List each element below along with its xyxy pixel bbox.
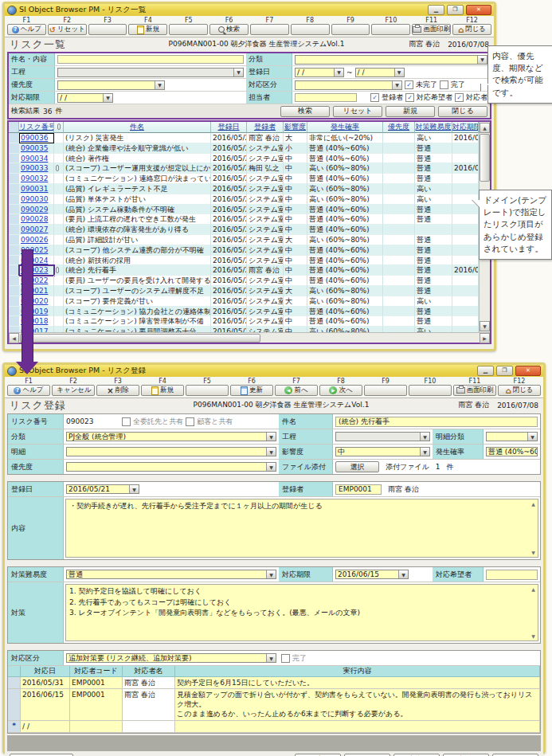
table-row[interactable]: 090026 (品質) 詳細設計が甘い 2016/05/21 システム室 大 高… — [9, 235, 479, 245]
search-button[interactable]: 検索 — [280, 106, 330, 117]
header-risk-no[interactable]: リスク番号 — [19, 122, 54, 133]
close-icon[interactable]: ✕ — [466, 5, 491, 15]
registrant-code-input[interactable]: EMP0001 — [335, 484, 382, 495]
risk-number-cell[interactable]: 090030 — [19, 194, 54, 205]
fkey-button[interactable] — [186, 385, 229, 396]
title-bar[interactable]: SI Object Browser PM - リスク一覧 ▁ ❐ ✕ — [5, 4, 494, 16]
table-row[interactable]: 090027 (統合) 環境依存の障害発生があり得る 2016/05/21 シス… — [9, 225, 479, 235]
impact-select[interactable]: 中▼ — [335, 447, 430, 456]
close-button[interactable]: 閉じる — [438, 106, 487, 117]
table-row[interactable]: 090020 (スコープ) 要件定義が甘い 2016/05/21 システム室 大… — [9, 296, 479, 307]
resp-content-cell[interactable]: 見積金額アップの面で折り合いが付かず、契約書をもらえていない。開発意向表明書の発… — [175, 689, 540, 720]
risk-number-link[interactable]: 090035 — [21, 144, 48, 152]
chevron-down-icon[interactable]: ▼ — [233, 69, 243, 76]
detail-cat-select[interactable]: ▼ — [486, 432, 538, 441]
maximize-icon[interactable]: ❐ — [496, 366, 513, 376]
table-row[interactable]: 090019 (コミュニケーション) 協力会社との連絡体制不備 2016/05/… — [9, 307, 479, 317]
chevron-down-icon[interactable]: ▼ — [420, 448, 429, 456]
fkey-button[interactable] — [88, 24, 127, 35]
risk-number-cell[interactable]: 090035 — [19, 143, 54, 154]
fkey-button[interactable] — [291, 24, 330, 35]
resp-code-cell[interactable]: EMP0001 — [70, 677, 123, 689]
response-row[interactable]: 2016/06/15 EMP0001 雨宮 春治 見積金額アップの面で折り合いが… — [8, 689, 540, 720]
fkey-button[interactable]: 検索 — [209, 24, 249, 35]
textarea-scrollbar[interactable]: ▲▼ — [530, 586, 537, 640]
priority-select[interactable]: ▼ — [57, 80, 165, 90]
regdate-select[interactable]: 2016/05/21▼ — [66, 484, 139, 494]
table-row[interactable]: 090031 (品質) イレギュラーテスト不足 2016/05/21 システム室… — [9, 184, 479, 194]
date-to-select[interactable]: / /▼ — [355, 68, 405, 77]
category-select[interactable]: ▼ — [295, 55, 487, 65]
header-regdate[interactable]: 登録日 — [211, 122, 247, 133]
due-select[interactable]: / /▼ — [57, 93, 113, 103]
risk-number-cell[interactable]: 090032 — [19, 174, 54, 184]
resp-date-cell[interactable]: 2016/05/31 — [21, 677, 70, 689]
scroll-thumb[interactable] — [20, 334, 260, 343]
risk-number-cell[interactable]: 090026 — [19, 235, 54, 245]
process-select[interactable]: ▼ — [335, 432, 430, 441]
fkey-button[interactable] — [364, 385, 407, 396]
chevron-down-icon[interactable]: ▼ — [394, 69, 404, 76]
risk-number-cell[interactable]: 090027 — [19, 225, 54, 235]
risk-number-link[interactable]: 090028 — [21, 215, 48, 223]
risk-number-link[interactable]: 090032 — [21, 174, 48, 182]
chevron-down-icon[interactable]: ▼ — [266, 433, 276, 441]
fkey-button[interactable]: 前へ — [275, 385, 318, 396]
date-from-select[interactable]: / /▼ — [295, 68, 344, 77]
requester-input[interactable] — [486, 570, 538, 580]
risk-number-cell[interactable]: 090029 — [19, 205, 54, 215]
risk-number-cell[interactable]: 090031 — [19, 184, 54, 194]
process-select[interactable]: ▼ — [57, 68, 244, 77]
table-row[interactable]: 090021 (スコープ) ユーザーのシステム理解度不足 2016/05/21 … — [9, 286, 479, 296]
file-select-button[interactable]: 選択 — [335, 461, 379, 472]
chevron-down-icon[interactable]: ▼ — [266, 654, 276, 662]
minimize-icon[interactable]: ▁ — [428, 5, 444, 15]
table-row[interactable]: 090033 (スコープ) ユーザー運用支援が想定以上にかかる 2016/05/… — [9, 163, 479, 174]
chevron-down-icon[interactable]: ▼ — [398, 570, 408, 578]
chevron-down-icon[interactable]: ▼ — [334, 69, 343, 76]
fkey-button[interactable]: 閉じる — [498, 385, 541, 396]
table-row[interactable]: 090035 (統合) 企業倫理や法令順守意識が低い 2016/05/21 シス… — [9, 143, 479, 154]
title-bar[interactable]: SI Object Browser PM - リスク登録 ▁ ❐ ✕ — [5, 365, 543, 377]
risk-number-link[interactable]: 090031 — [21, 185, 48, 193]
category-select[interactable]: PJ全般 (統合管理)▼ — [66, 432, 276, 441]
due-select[interactable]: 2016/06/15▼ — [335, 570, 409, 579]
minimize-icon[interactable]: ▁ — [477, 366, 494, 376]
priority-select[interactable]: ▼ — [66, 462, 276, 472]
fkey-button[interactable] — [371, 24, 410, 35]
content-textarea[interactable]: ・契約手続きが遅れ、先行着手から受注予定までに１ヶ月以上の期間が生じる ▲▼ — [65, 499, 538, 558]
table-row[interactable]: 090030 (品質) 単体テストが甘い 2016/05/21 システム室 中 … — [9, 194, 479, 205]
finished-checkbox[interactable] — [440, 80, 448, 89]
response-row[interactable]: 2016/05/31 EMP0001 雨宮 春治 契約予定日を6月15日にしてい… — [8, 677, 540, 689]
close-icon[interactable]: ✕ — [515, 366, 541, 376]
table-row[interactable]: 090032 (コミュニケーション) 連絡窓口が決まっていない 2016/05/… — [9, 174, 479, 184]
table-row[interactable]: 090034 (統合) 著作権 2016/05/21 システム室 中 普通 (4… — [9, 154, 479, 164]
fkey-button[interactable]: ヘルプ — [7, 385, 50, 396]
fkey-button[interactable]: 新規 — [141, 385, 184, 396]
resp-code-cell[interactable] — [70, 721, 123, 733]
probability-select[interactable]: 普通 (40%~60%)▼ — [486, 447, 538, 456]
risk-number-cell[interactable]: 090028 — [19, 214, 54, 225]
header-priority[interactable]: 優先度 — [383, 122, 415, 133]
fkey-button[interactable]: 次へ — [319, 385, 362, 396]
scroll-up-icon[interactable]: ▲ — [480, 123, 490, 133]
risk-number-cell[interactable]: 090033 — [19, 163, 54, 174]
header-probability[interactable]: 発生確率 — [307, 122, 383, 133]
fkey-button[interactable] — [331, 24, 370, 35]
chevron-down-icon[interactable]: ▼ — [392, 81, 401, 89]
resp-name-cell[interactable]: 雨宮 春治 — [123, 689, 175, 720]
subject-input[interactable]: (統合) 先行着手 — [335, 417, 538, 427]
fkey-button[interactable]: 画面印刷 — [453, 385, 496, 396]
scroll-down-icon[interactable]: ▼ — [480, 321, 490, 331]
resp-code-cell[interactable]: EMP0001 — [70, 689, 123, 720]
risk-number-link[interactable]: 090026 — [21, 236, 48, 244]
risk-number-link[interactable]: 090029 — [21, 206, 48, 213]
chevron-down-icon[interactable]: ▼ — [420, 433, 429, 441]
responder-checkbox[interactable] — [455, 93, 464, 102]
risk-number-link[interactable]: 090030 — [21, 195, 48, 203]
fkey-button[interactable] — [169, 24, 208, 35]
share-vendor-checkbox[interactable] — [122, 417, 131, 426]
chevron-down-icon[interactable]: ▼ — [155, 81, 164, 89]
fkey-button[interactable] — [250, 24, 289, 35]
table-row[interactable]: 090023 (統合) 先行着手 2016/05/21 雨宮 春治 中 普通 (… — [9, 265, 479, 276]
